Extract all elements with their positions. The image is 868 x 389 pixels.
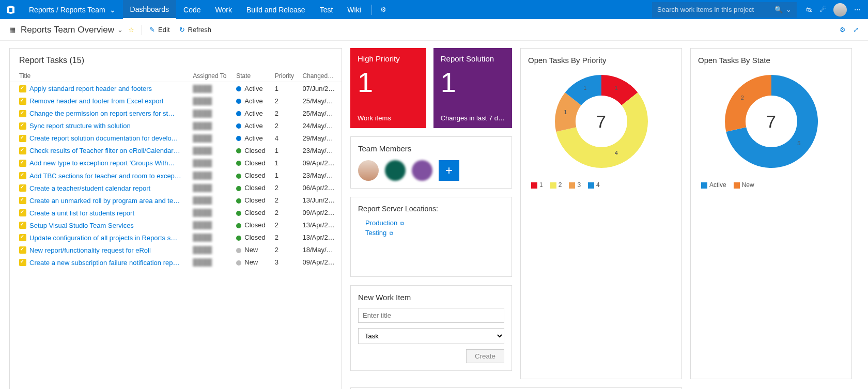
nav-test[interactable]: Test (313, 0, 340, 19)
legend-item[interactable]: Active (701, 181, 726, 189)
settings-gear-icon[interactable]: ⚙ (375, 6, 392, 13)
task-title-link[interactable]: Create report solution documentation for… (29, 134, 178, 142)
assigned-to: ████ (193, 85, 212, 92)
changed-date: 18/May/… (299, 244, 342, 256)
table-row[interactable]: Create a teacher/student calendar report… (10, 182, 342, 194)
nav-code[interactable]: Code (176, 0, 208, 19)
column-header[interactable]: Title (10, 70, 190, 82)
search-box[interactable]: 🔍 ⌄ (652, 2, 797, 18)
top-nav-bar: Reports / Reports Team ⌄ DashboardsCodeW… (0, 0, 868, 19)
table-row[interactable]: Add TBC sections for teacher and room to… (10, 169, 342, 181)
add-member-button[interactable]: + (439, 160, 459, 181)
new-item-type-select[interactable]: Task (358, 328, 504, 344)
table-row[interactable]: Add new type to exception report 'Groups… (10, 157, 342, 169)
table-row[interactable]: Remove header and footer from Excel expo… (10, 95, 342, 107)
priority-value: 2 (272, 119, 300, 132)
count-tile-report-solution[interactable]: Report Solution1Changes in last 7 d… (433, 48, 512, 128)
state-label: Closed (244, 159, 265, 167)
legend-item[interactable]: 2 (550, 181, 562, 189)
legend-item[interactable]: 1 (531, 181, 543, 189)
task-icon (19, 122, 26, 130)
location-link-testing[interactable]: Testing ⧉ (358, 228, 504, 238)
nav-wiki[interactable]: Wiki (340, 0, 368, 19)
table-row[interactable]: Create an unmarked roll by program area … (10, 194, 342, 207)
table-row[interactable]: Sync report structure with solution████A… (10, 119, 342, 132)
favorite-star-icon[interactable]: ☆ (128, 26, 134, 34)
settings-gear-icon[interactable]: ⚙ (840, 26, 846, 34)
table-row[interactable]: Update configuration of all projects in … (10, 231, 342, 244)
user-avatar[interactable] (833, 3, 847, 17)
priority-value: 2 (272, 207, 300, 219)
team-member-avatar[interactable] (385, 160, 406, 181)
chevron-down-icon[interactable]: ⌄ (786, 6, 792, 13)
column-header[interactable]: State (233, 70, 272, 82)
task-title-link[interactable]: Add new type to exception report 'Groups… (29, 159, 175, 167)
chevron-down-icon[interactable]: ⌄ (117, 26, 123, 34)
column-header[interactable]: Assigned To (190, 70, 233, 82)
legend-item[interactable]: 4 (588, 181, 600, 189)
separator (142, 25, 142, 35)
refresh-label: Refresh (188, 26, 212, 34)
changed-date: 23/May/… (299, 169, 342, 181)
task-title-link[interactable]: Remove header and footer from Excel expo… (29, 97, 163, 105)
task-title-link[interactable]: Change the permission on report servers … (29, 110, 175, 117)
task-title-link[interactable]: Update configuration of all projects in … (29, 234, 177, 242)
changed-date: 24/May/… (299, 119, 342, 132)
task-title-link[interactable]: Create an unmarked roll by program area … (29, 197, 180, 205)
table-row[interactable]: Create a unit list for students report██… (10, 207, 342, 219)
create-button[interactable]: Create (466, 349, 504, 363)
table-row[interactable]: Change the permission on report servers … (10, 107, 342, 119)
priority-value: 4 (272, 132, 300, 144)
marketplace-icon[interactable]: 🛍 (806, 6, 813, 13)
team-member-avatar[interactable] (358, 160, 379, 181)
task-title-link[interactable]: Apply standard report header and footers (29, 85, 152, 92)
table-row[interactable]: Apply standard report header and footers… (10, 82, 342, 95)
task-title-link[interactable]: Add TBC sections for teacher and room to… (29, 172, 181, 180)
count-tile-high-priority[interactable]: High Priority1Work items (350, 48, 426, 128)
priority-value: 2 (272, 194, 300, 207)
tile-count: 1 (441, 66, 505, 98)
vsts-logo-icon[interactable] (0, 0, 22, 19)
nav-build-and-release[interactable]: Build and Release (239, 0, 313, 19)
task-title-link[interactable]: Create a unit list for students report (29, 209, 134, 217)
refresh-button[interactable]: ↻ Refresh (179, 26, 212, 34)
changed-date: 09/Apr/2… (299, 207, 342, 219)
project-selector[interactable]: Reports / Reports Team ⌄ (22, 0, 123, 19)
search-input[interactable] (657, 6, 771, 13)
assigned-to: ████ (193, 110, 212, 117)
new-item-title-input[interactable] (358, 308, 504, 323)
state-label: Active (244, 110, 262, 117)
state-label: Closed (244, 184, 265, 192)
task-title-link[interactable]: Sync report structure with solution (29, 122, 131, 130)
widget-title: New Work Item (358, 293, 504, 302)
nav-dashboards[interactable]: Dashboards (123, 0, 177, 19)
location-link-production[interactable]: Production ⧉ (358, 218, 504, 228)
donut-segment[interactable] (725, 75, 771, 132)
table-row[interactable]: New report/functionality request for eRo… (10, 244, 342, 256)
column-header[interactable]: Changed… (299, 70, 342, 82)
legend-item[interactable]: 3 (569, 181, 581, 189)
search-icon[interactable]: 🔍 (774, 6, 783, 13)
tile-subtitle: Work items (358, 114, 419, 122)
assigned-to: ████ (193, 221, 212, 229)
help-icon[interactable]: ☄ (820, 6, 826, 13)
nav-work[interactable]: Work (208, 0, 239, 19)
more-icon[interactable]: ⋯ (854, 6, 861, 13)
task-title-link[interactable]: New report/functionality request for eRo… (29, 246, 151, 254)
task-title-link[interactable]: Setup Visual Studio Team Services (29, 222, 134, 229)
fullscreen-icon[interactable]: ⤢ (853, 26, 859, 34)
task-title-link[interactable]: Check results of Teacher filter on eRoll… (29, 147, 180, 154)
donut-center-value: 7 (596, 112, 606, 132)
legend-item[interactable]: New (734, 181, 754, 189)
task-title-link[interactable]: Create a teacher/student calendar report (29, 184, 150, 192)
table-row[interactable]: Setup Visual Studio Team Services████Clo… (10, 219, 342, 231)
edit-button[interactable]: ✎ Edit (149, 26, 169, 34)
priority-value: 2 (272, 107, 300, 119)
tile-title: Report Solution (441, 54, 505, 63)
table-row[interactable]: Create report solution documentation for… (10, 132, 342, 144)
column-header[interactable]: Priority (272, 70, 300, 82)
team-member-avatar[interactable] (412, 160, 432, 181)
task-title-link[interactable]: Create a new subscription failure notifi… (29, 259, 179, 267)
table-row[interactable]: Check results of Teacher filter on eRoll… (10, 144, 342, 157)
table-row[interactable]: Create a new subscription failure notifi… (10, 256, 342, 269)
